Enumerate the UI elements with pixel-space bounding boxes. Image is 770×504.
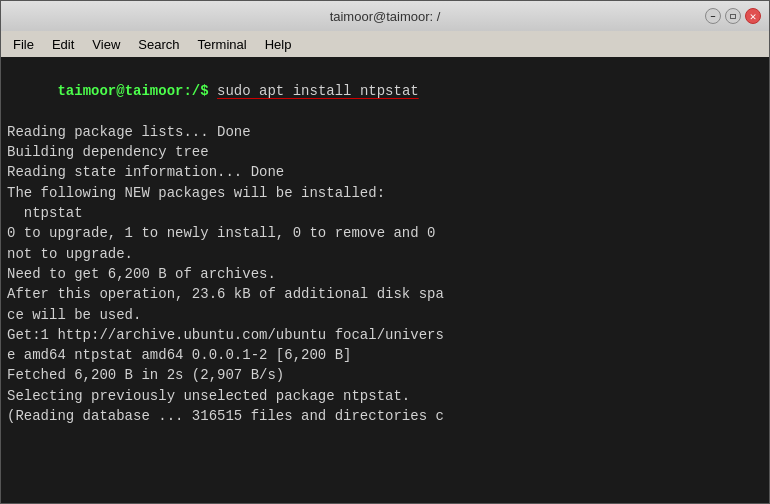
terminal-line-14: Selecting previously unselected package … (7, 386, 763, 406)
prompt-user: taimoor@taimoor (57, 83, 183, 99)
menu-view[interactable]: View (84, 35, 128, 54)
menu-search[interactable]: Search (130, 35, 187, 54)
terminal-line-4: The following NEW packages will be insta… (7, 183, 763, 203)
terminal-line-15: (Reading database ... 316515 files and d… (7, 406, 763, 426)
maximize-button[interactable]: ◻ (725, 8, 741, 24)
terminal-line-1: Reading package lists... Done (7, 122, 763, 142)
terminal-line-9: After this operation, 23.6 kB of additio… (7, 284, 763, 304)
terminal-prompt-line: taimoor@taimoor:/$ sudo apt install ntps… (7, 61, 763, 122)
terminal-line-7: not to upgrade. (7, 244, 763, 264)
terminal-line-12: e amd64 ntpstat amd64 0.0.0.1-2 [6,200 B… (7, 345, 763, 365)
menu-file[interactable]: File (5, 35, 42, 54)
terminal-body[interactable]: taimoor@taimoor:/$ sudo apt install ntps… (1, 57, 769, 503)
close-button[interactable]: ✕ (745, 8, 761, 24)
menu-help[interactable]: Help (257, 35, 300, 54)
terminal-line-3: Reading state information... Done (7, 162, 763, 182)
prompt-path: :/$ (183, 83, 217, 99)
terminal-line-13: Fetched 6,200 B in 2s (2,907 B/s) (7, 365, 763, 385)
terminal-window: taimoor@taimoor: / – ◻ ✕ File Edit View … (0, 0, 770, 504)
menu-edit[interactable]: Edit (44, 35, 82, 54)
terminal-line-11: Get:1 http://archive.ubuntu.com/ubuntu f… (7, 325, 763, 345)
window-controls: – ◻ ✕ (705, 8, 761, 24)
minimize-button[interactable]: – (705, 8, 721, 24)
terminal-line-5: ntpstat (7, 203, 763, 223)
command-text: sudo apt install ntpstat (217, 83, 419, 99)
terminal-line-8: Need to get 6,200 B of archives. (7, 264, 763, 284)
terminal-line-10: ce will be used. (7, 305, 763, 325)
terminal-line-2: Building dependency tree (7, 142, 763, 162)
menu-terminal[interactable]: Terminal (190, 35, 255, 54)
terminal-line-6: 0 to upgrade, 1 to newly install, 0 to r… (7, 223, 763, 243)
window-title: taimoor@taimoor: / (330, 9, 441, 24)
menubar: File Edit View Search Terminal Help (1, 31, 769, 57)
titlebar: taimoor@taimoor: / – ◻ ✕ (1, 1, 769, 31)
